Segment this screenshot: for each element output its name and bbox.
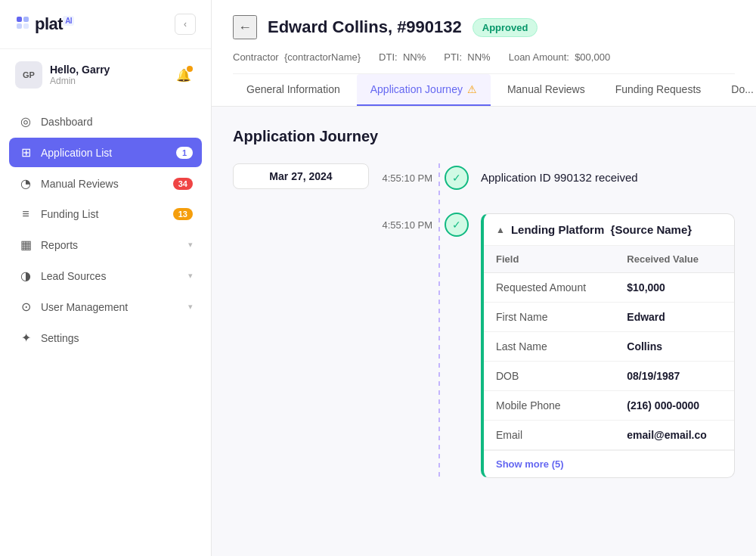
user-role: Admin xyxy=(50,76,110,86)
nav-item-application-list: ⊞ Application List 1 xyxy=(9,138,202,167)
event-check-icon-2: ✓ xyxy=(445,213,469,237)
content-area: Application Journey Mar 27, 2024 4:55:10… xyxy=(212,107,756,556)
svg-rect-3 xyxy=(23,23,29,29)
journey-section-title: Application Journey xyxy=(233,128,735,145)
tab-warn-icon: ⚠ xyxy=(467,83,477,95)
sidebar-item-manual-reviews[interactable]: ◔ Manual Reviews 34 xyxy=(9,169,202,198)
top-bar: ← Edward Collins, #990132 Approved Contr… xyxy=(212,0,756,107)
table-row: Last NameCollins xyxy=(484,332,734,362)
dashboard-icon: ◎ xyxy=(18,114,33,129)
field-cell: Email xyxy=(484,421,615,450)
value-cell: (216) 000-0000 xyxy=(615,391,734,421)
nav-list: ◎ Dashboard ⊞ Application List 1 ◔ Manua… xyxy=(0,101,211,556)
logo-area: platAI xyxy=(15,14,74,34)
event-label-1: Application ID 990132 received xyxy=(481,163,735,192)
table-row: Emailemail@email.co xyxy=(484,421,734,450)
field-cell: Requested Amount xyxy=(484,273,615,303)
svg-rect-2 xyxy=(17,23,22,29)
show-more-button[interactable]: Show more (5) xyxy=(484,450,734,477)
chevron-up-icon: ▲ xyxy=(496,225,505,235)
status-badge: Approved xyxy=(472,18,538,37)
sidebar-item-label: Dashboard xyxy=(41,116,93,128)
sidebar-item-label: Manual Reviews xyxy=(41,178,119,190)
chevron-down-icon: ▾ xyxy=(188,240,193,250)
journey-container: Mar 27, 2024 4:55:10 PM ✓ Application ID… xyxy=(233,163,735,478)
page-header: ← Edward Collins, #990132 Approved xyxy=(233,0,735,47)
pti-meta: PTI: NN% xyxy=(444,51,490,63)
table-row: Requested Amount$10,000 xyxy=(484,273,734,303)
tab-general-information[interactable]: General Information xyxy=(233,74,354,106)
funding-list-icon: ≡ xyxy=(18,207,33,221)
dti-meta: DTI: NN% xyxy=(379,51,426,63)
value-cell: Collins xyxy=(615,332,734,362)
meta-bar: Contractor {contractorName} DTI: NN% PTI… xyxy=(233,47,735,73)
tab-application-journey[interactable]: Application Journey ⚠ xyxy=(357,74,491,106)
sidebar-header: platAI ‹ xyxy=(0,0,211,49)
sidebar-item-label: Reports xyxy=(41,239,78,251)
field-cell: First Name xyxy=(484,303,615,332)
nav-item-dashboard: ◎ Dashboard xyxy=(9,107,202,136)
settings-icon: ✦ xyxy=(18,331,33,345)
sidebar-item-label: Funding List xyxy=(41,208,98,220)
tab-docs[interactable]: Do... xyxy=(717,74,756,106)
event-check-icon-1: ✓ xyxy=(445,166,469,190)
lending-platform-title: Lending Platform {Source Name} xyxy=(511,223,692,236)
sidebar-item-label: Application List xyxy=(41,147,112,159)
lead-sources-icon: ◑ xyxy=(18,269,33,283)
lending-table: Field Received Value Requested Amount$10… xyxy=(484,246,734,450)
collapse-button[interactable]: ‹ xyxy=(175,14,196,35)
value-cell: email@email.co xyxy=(615,421,734,450)
contractor-meta: Contractor {contractorName} xyxy=(233,51,361,63)
application-list-icon: ⊞ xyxy=(18,145,33,160)
sidebar-item-label: Settings xyxy=(41,332,79,344)
table-row: Mobile Phone(216) 000-0000 xyxy=(484,391,734,421)
reports-icon: ▦ xyxy=(18,238,33,252)
application-list-badge: 1 xyxy=(176,147,193,159)
main-content: ← Edward Collins, #990132 Approved Contr… xyxy=(212,0,756,556)
sidebar-item-funding-list[interactable]: ≡ Funding List 13 xyxy=(9,200,202,228)
bell-icon[interactable]: 🔔 xyxy=(172,63,196,87)
user-section: GP Hello, Garry Admin 🔔 xyxy=(0,49,211,101)
nav-item-settings: ✦ Settings xyxy=(9,323,202,353)
manual-reviews-badge: 34 xyxy=(173,178,193,190)
event-content-1: Application ID 990132 received xyxy=(469,163,735,192)
logo-sup: AI xyxy=(63,16,74,26)
lending-card-header[interactable]: ▲ Lending Platform {Source Name} xyxy=(484,214,734,246)
nav-item-lead-sources: ◑ Lead Sources ▾ xyxy=(9,261,202,290)
sidebar-item-lead-sources[interactable]: ◑ Lead Sources ▾ xyxy=(9,261,202,290)
svg-rect-1 xyxy=(23,17,29,22)
sidebar-item-reports[interactable]: ▦ Reports ▾ xyxy=(9,230,202,259)
table-row: First NameEdward xyxy=(484,303,734,332)
logo-icon xyxy=(15,15,30,34)
funding-list-badge: 13 xyxy=(173,208,193,220)
event-content-2: ▲ Lending Platform {Source Name} Field R… xyxy=(469,210,735,478)
event-time-2: 4:55:10 PM xyxy=(369,210,445,239)
notification-dot xyxy=(187,66,193,72)
tab-manual-reviews[interactable]: Manual Reviews xyxy=(494,74,599,106)
user-details: Hello, Garry Admin xyxy=(50,64,110,86)
sidebar-item-dashboard[interactable]: ◎ Dashboard xyxy=(9,107,202,136)
field-cell: Last Name xyxy=(484,332,615,362)
table-row: DOB08/19/1987 xyxy=(484,362,734,391)
user-name: Hello, Garry xyxy=(50,64,110,76)
chevron-down-icon: ▾ xyxy=(188,271,193,281)
nav-item-funding-list: ≡ Funding List 13 xyxy=(9,200,202,228)
sidebar-item-settings[interactable]: ✦ Settings xyxy=(9,323,202,353)
col-field: Field xyxy=(484,246,615,273)
loan-meta: Loan Amount: $00,000 xyxy=(509,51,610,63)
back-button[interactable]: ← xyxy=(233,15,257,39)
manual-reviews-icon: ◔ xyxy=(18,176,33,191)
user-management-icon: ⊙ xyxy=(18,300,33,314)
user-info: GP Hello, Garry Admin xyxy=(15,61,110,89)
sidebar-item-application-list[interactable]: ⊞ Application List 1 xyxy=(9,138,202,167)
field-cell: DOB xyxy=(484,362,615,391)
tab-funding-requests[interactable]: Funding Requests xyxy=(602,74,715,106)
sidebar-item-label: Lead Sources xyxy=(41,270,106,282)
sidebar-item-user-management[interactable]: ⊙ User Management ▾ xyxy=(9,292,202,321)
nav-item-user-management: ⊙ User Management ▾ xyxy=(9,292,202,321)
journey-event-1: Mar 27, 2024 4:55:10 PM ✓ Application ID… xyxy=(233,163,735,192)
value-cell: 08/19/1987 xyxy=(615,362,734,391)
field-cell: Mobile Phone xyxy=(484,391,615,421)
logo-text: platAI xyxy=(35,14,74,34)
col-received-value: Received Value xyxy=(615,246,734,273)
